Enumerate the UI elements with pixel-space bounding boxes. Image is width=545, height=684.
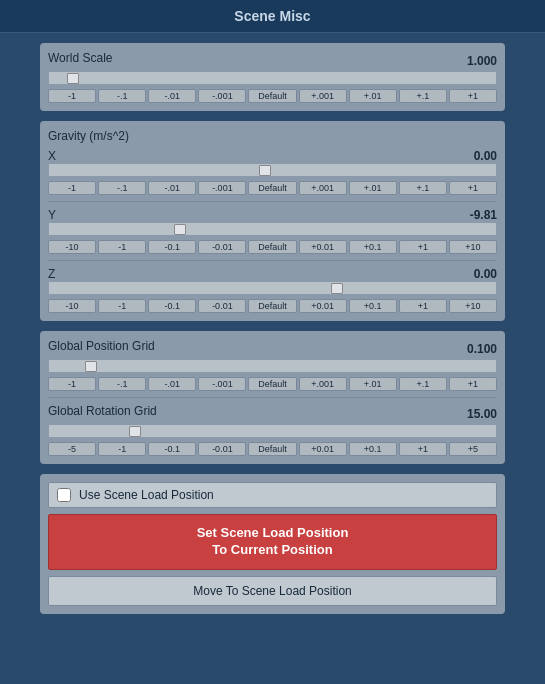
gx-btn-m1[interactable]: -1 [48, 181, 96, 195]
gravity-x-section: X 0.00 -1 -.1 -.01 -.001 Default +.001 +… [48, 149, 497, 195]
world-scale-label: World Scale [48, 51, 112, 65]
gz-btn-p1[interactable]: +1 [399, 299, 447, 313]
pg-btn-m0001[interactable]: -.001 [198, 377, 246, 391]
page-title: Scene Misc [0, 0, 545, 33]
rg-btn-p01[interactable]: +0.1 [349, 442, 397, 456]
gy-btn-m01[interactable]: -0.1 [148, 240, 196, 254]
rotation-grid-label: Global Rotation Grid [48, 404, 157, 418]
gravity-x-btn-row: -1 -.1 -.01 -.001 Default +.001 +.01 +.1… [48, 181, 497, 195]
position-grid-value: 0.100 [467, 342, 497, 356]
world-scale-btn-minus001[interactable]: -.01 [148, 89, 196, 103]
gravity-y-btn-row: -10 -1 -0.1 -0.01 Default +0.01 +0.1 +1 … [48, 240, 497, 254]
gravity-z-label: Z [48, 267, 55, 281]
gravity-x-value: 0.00 [474, 149, 497, 163]
gy-btn-p1[interactable]: +1 [399, 240, 447, 254]
pg-btn-p0001[interactable]: +.001 [299, 377, 347, 391]
world-scale-panel: World Scale 1.000 -1 -.1 -.01 -.001 Defa… [40, 43, 505, 111]
gy-btn-m001[interactable]: -0.01 [198, 240, 246, 254]
gravity-x-slider [48, 163, 497, 177]
gy-btn-m10[interactable]: -10 [48, 240, 96, 254]
gravity-panel: Gravity (m/s^2) X 0.00 -1 -.1 -.01 -.001… [40, 121, 505, 321]
gz-btn-default[interactable]: Default [248, 299, 296, 313]
gy-btn-p001[interactable]: +0.01 [299, 240, 347, 254]
gravity-y-value: -9.81 [470, 208, 497, 222]
gy-btn-m1[interactable]: -1 [98, 240, 146, 254]
world-scale-btn-row: -1 -.1 -.01 -.001 Default +.001 +.01 +.1… [48, 89, 497, 103]
grid-sep [48, 397, 497, 398]
gravity-z-slider [48, 281, 497, 295]
pg-btn-p01[interactable]: +.1 [399, 377, 447, 391]
use-scene-load-row[interactable]: Use Scene Load Position [48, 482, 497, 508]
world-scale-btn-plus0001[interactable]: +.001 [299, 89, 347, 103]
gy-btn-p10[interactable]: +10 [449, 240, 497, 254]
set-scene-load-button[interactable]: Set Scene Load Position To Current Posit… [48, 514, 497, 570]
gy-btn-p01[interactable]: +0.1 [349, 240, 397, 254]
pg-btn-p1[interactable]: +1 [449, 377, 497, 391]
world-scale-btn-plus001[interactable]: +.01 [349, 89, 397, 103]
use-scene-load-label: Use Scene Load Position [79, 488, 214, 502]
gz-btn-m001[interactable]: -0.01 [198, 299, 246, 313]
world-scale-btn-minus1[interactable]: -1 [48, 89, 96, 103]
rg-btn-default[interactable]: Default [248, 442, 296, 456]
move-to-scene-load-button[interactable]: Move To Scene Load Position [48, 576, 497, 606]
gx-btn-p01[interactable]: +.1 [399, 181, 447, 195]
gz-btn-m10[interactable]: -10 [48, 299, 96, 313]
rg-btn-m001[interactable]: -0.01 [198, 442, 246, 456]
world-scale-btn-minus01[interactable]: -.1 [98, 89, 146, 103]
gravity-y-label: Y [48, 208, 56, 222]
world-scale-value: 1.000 [467, 54, 497, 68]
gx-btn-m01[interactable]: -.1 [98, 181, 146, 195]
gravity-z-section: Z 0.00 -10 -1 -0.1 -0.01 Default +0.01 +… [48, 267, 497, 313]
pg-btn-m001[interactable]: -.01 [148, 377, 196, 391]
gz-btn-p001[interactable]: +0.01 [299, 299, 347, 313]
position-grid-slider [48, 359, 497, 373]
gy-btn-default[interactable]: Default [248, 240, 296, 254]
gx-btn-m0001[interactable]: -.001 [198, 181, 246, 195]
pg-btn-m1[interactable]: -1 [48, 377, 96, 391]
world-scale-btn-plus01[interactable]: +.1 [399, 89, 447, 103]
pg-btn-m01[interactable]: -.1 [98, 377, 146, 391]
gravity-xy-sep [48, 201, 497, 202]
gravity-z-value: 0.00 [474, 267, 497, 281]
gx-btn-p001[interactable]: +.01 [349, 181, 397, 195]
gx-btn-p1[interactable]: +1 [449, 181, 497, 195]
rg-btn-m1[interactable]: -1 [98, 442, 146, 456]
rg-btn-p001[interactable]: +0.01 [299, 442, 347, 456]
use-scene-load-checkbox[interactable] [57, 488, 71, 502]
pg-btn-p001[interactable]: +.01 [349, 377, 397, 391]
pg-btn-default[interactable]: Default [248, 377, 296, 391]
gravity-x-label: X [48, 149, 56, 163]
set-scene-load-line1: Set Scene Load Position [197, 525, 349, 540]
rg-btn-m5[interactable]: -5 [48, 442, 96, 456]
world-scale-slider-container [48, 71, 497, 85]
gx-btn-m001[interactable]: -.01 [148, 181, 196, 195]
gz-btn-m1[interactable]: -1 [98, 299, 146, 313]
world-scale-btn-plus1[interactable]: +1 [449, 89, 497, 103]
rotation-grid-btn-row: -5 -1 -0.1 -0.01 Default +0.01 +0.1 +1 +… [48, 442, 497, 456]
gx-btn-default[interactable]: Default [248, 181, 296, 195]
gz-btn-p01[interactable]: +0.1 [349, 299, 397, 313]
rotation-grid-section: Global Rotation Grid 15.00 -5 -1 -0.1 -0… [48, 404, 497, 456]
rg-btn-m01[interactable]: -0.1 [148, 442, 196, 456]
world-scale-btn-default[interactable]: Default [248, 89, 296, 103]
gravity-y-section: Y -9.81 -10 -1 -0.1 -0.01 Default +0.01 … [48, 208, 497, 254]
position-grid-label: Global Position Grid [48, 339, 155, 353]
world-scale-btn-minus0001[interactable]: -.001 [198, 89, 246, 103]
position-grid-section: Global Position Grid 0.100 -1 -.1 -.01 -… [48, 339, 497, 391]
gravity-y-slider [48, 222, 497, 236]
scene-load-panel: Use Scene Load Position Set Scene Load P… [40, 474, 505, 614]
gravity-label: Gravity (m/s^2) [48, 129, 497, 143]
gravity-yz-sep [48, 260, 497, 261]
rg-btn-p5[interactable]: +5 [449, 442, 497, 456]
rotation-grid-value: 15.00 [467, 407, 497, 421]
gx-btn-p0001[interactable]: +.001 [299, 181, 347, 195]
grid-panel: Global Position Grid 0.100 -1 -.1 -.01 -… [40, 331, 505, 464]
position-grid-btn-row: -1 -.1 -.01 -.001 Default +.001 +.01 +.1… [48, 377, 497, 391]
gravity-z-btn-row: -10 -1 -0.1 -0.01 Default +0.01 +0.1 +1 … [48, 299, 497, 313]
gz-btn-p10[interactable]: +10 [449, 299, 497, 313]
rotation-grid-slider [48, 424, 497, 438]
rg-btn-p1[interactable]: +1 [399, 442, 447, 456]
gz-btn-m01[interactable]: -0.1 [148, 299, 196, 313]
set-scene-load-line2: To Current Position [212, 542, 332, 557]
